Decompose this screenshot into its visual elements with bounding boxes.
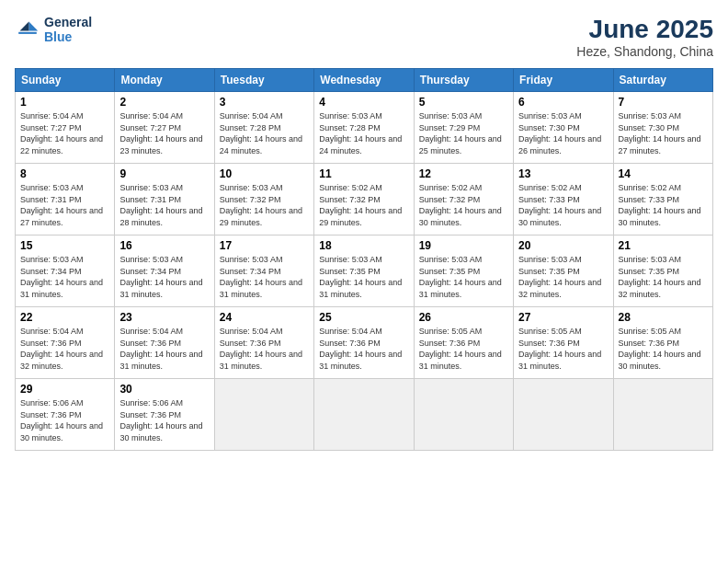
day-number: 14 <box>619 167 708 180</box>
day-info: Sunrise: 5:04 AMSunset: 7:36 PMDaylight:… <box>220 326 309 372</box>
day-number: 29 <box>20 383 109 396</box>
day-number: 18 <box>319 239 408 252</box>
table-row: 28Sunrise: 5:05 AMSunset: 7:36 PMDayligh… <box>613 307 712 379</box>
day-info: Sunrise: 5:03 AMSunset: 7:35 PMDaylight:… <box>518 254 608 300</box>
day-number: 26 <box>419 311 508 324</box>
day-number: 2 <box>119 96 209 109</box>
table-row: 1Sunrise: 5:04 AMSunset: 7:27 PMDaylight… <box>16 92 115 164</box>
day-number: 3 <box>220 96 309 109</box>
month-title: June 2025 <box>576 15 713 44</box>
day-info: Sunrise: 5:03 AMSunset: 7:32 PMDaylight:… <box>220 182 309 228</box>
page: General Blue June 2025 Heze, Shandong, C… <box>0 0 728 563</box>
day-number: 20 <box>518 239 608 252</box>
day-info: Sunrise: 5:03 AMSunset: 7:31 PMDaylight:… <box>119 182 209 228</box>
day-info: Sunrise: 5:03 AMSunset: 7:29 PMDaylight:… <box>419 110 508 156</box>
header-friday: Friday <box>514 69 613 92</box>
day-number: 1 <box>20 96 109 109</box>
header-wednesday: Wednesday <box>314 69 414 92</box>
table-row: 14Sunrise: 5:02 AMSunset: 7:33 PMDayligh… <box>613 164 712 236</box>
day-info: Sunrise: 5:02 AMSunset: 7:32 PMDaylight:… <box>419 182 508 228</box>
table-row: 24Sunrise: 5:04 AMSunset: 7:36 PMDayligh… <box>214 307 313 379</box>
day-number: 11 <box>319 167 408 180</box>
table-row <box>314 379 414 451</box>
weekday-header-row: Sunday Monday Tuesday Wednesday Thursday… <box>16 69 713 92</box>
day-info: Sunrise: 5:04 AMSunset: 7:36 PMDaylight:… <box>319 326 408 372</box>
table-row: 20Sunrise: 5:03 AMSunset: 7:35 PMDayligh… <box>514 236 613 307</box>
day-info: Sunrise: 5:03 AMSunset: 7:34 PMDaylight:… <box>220 254 309 300</box>
table-row: 18Sunrise: 5:03 AMSunset: 7:35 PMDayligh… <box>314 236 414 307</box>
table-row: 11Sunrise: 5:02 AMSunset: 7:32 PMDayligh… <box>314 164 414 236</box>
logo-text: General Blue <box>44 15 92 44</box>
table-row: 29Sunrise: 5:06 AMSunset: 7:36 PMDayligh… <box>16 379 115 451</box>
table-row: 17Sunrise: 5:03 AMSunset: 7:34 PMDayligh… <box>214 236 313 307</box>
day-info: Sunrise: 5:02 AMSunset: 7:33 PMDaylight:… <box>619 182 708 228</box>
svg-marker-0 <box>28 22 38 31</box>
day-number: 13 <box>518 167 608 180</box>
header-thursday: Thursday <box>414 69 513 92</box>
logo-icon <box>15 17 40 42</box>
table-row: 15Sunrise: 5:03 AMSunset: 7:34 PMDayligh… <box>16 236 115 307</box>
day-info: Sunrise: 5:04 AMSunset: 7:27 PMDaylight:… <box>119 110 209 156</box>
day-number: 15 <box>20 239 109 252</box>
header-saturday: Saturday <box>613 69 712 92</box>
day-number: 24 <box>220 311 309 324</box>
header: General Blue June 2025 Heze, Shandong, C… <box>15 15 713 59</box>
day-info: Sunrise: 5:03 AMSunset: 7:35 PMDaylight:… <box>619 254 708 300</box>
table-row <box>414 379 513 451</box>
header-sunday: Sunday <box>16 69 115 92</box>
day-number: 16 <box>119 239 209 252</box>
day-number: 8 <box>20 167 109 180</box>
header-monday: Monday <box>115 69 214 92</box>
day-number: 30 <box>119 383 209 396</box>
table-row: 8Sunrise: 5:03 AMSunset: 7:31 PMDaylight… <box>16 164 115 236</box>
day-number: 10 <box>220 167 309 180</box>
day-info: Sunrise: 5:05 AMSunset: 7:36 PMDaylight:… <box>518 326 608 372</box>
day-info: Sunrise: 5:05 AMSunset: 7:36 PMDaylight:… <box>619 326 708 372</box>
header-tuesday: Tuesday <box>214 69 313 92</box>
table-row: 16Sunrise: 5:03 AMSunset: 7:34 PMDayligh… <box>115 236 214 307</box>
day-info: Sunrise: 5:06 AMSunset: 7:36 PMDaylight:… <box>20 397 109 443</box>
svg-rect-2 <box>18 32 37 34</box>
table-row <box>214 379 313 451</box>
day-number: 6 <box>518 96 608 109</box>
table-row: 6Sunrise: 5:03 AMSunset: 7:30 PMDaylight… <box>514 92 613 164</box>
svg-marker-1 <box>20 22 29 31</box>
day-info: Sunrise: 5:03 AMSunset: 7:31 PMDaylight:… <box>20 182 109 228</box>
table-row: 13Sunrise: 5:02 AMSunset: 7:33 PMDayligh… <box>514 164 613 236</box>
day-info: Sunrise: 5:05 AMSunset: 7:36 PMDaylight:… <box>419 326 508 372</box>
day-number: 19 <box>419 239 508 252</box>
title-area: June 2025 Heze, Shandong, China <box>576 15 713 59</box>
day-number: 12 <box>419 167 508 180</box>
day-info: Sunrise: 5:02 AMSunset: 7:33 PMDaylight:… <box>518 182 608 228</box>
table-row: 3Sunrise: 5:04 AMSunset: 7:28 PMDaylight… <box>214 92 313 164</box>
location-title: Heze, Shandong, China <box>576 44 713 59</box>
day-number: 17 <box>220 239 309 252</box>
table-row: 23Sunrise: 5:04 AMSunset: 7:36 PMDayligh… <box>115 307 214 379</box>
day-info: Sunrise: 5:03 AMSunset: 7:34 PMDaylight:… <box>119 254 209 300</box>
table-row <box>514 379 613 451</box>
day-info: Sunrise: 5:03 AMSunset: 7:34 PMDaylight:… <box>20 254 109 300</box>
day-info: Sunrise: 5:03 AMSunset: 7:30 PMDaylight:… <box>518 110 608 156</box>
day-info: Sunrise: 5:03 AMSunset: 7:28 PMDaylight:… <box>319 110 408 156</box>
day-info: Sunrise: 5:04 AMSunset: 7:27 PMDaylight:… <box>20 110 109 156</box>
day-info: Sunrise: 5:04 AMSunset: 7:36 PMDaylight:… <box>20 326 109 372</box>
day-number: 28 <box>619 311 708 324</box>
table-row: 21Sunrise: 5:03 AMSunset: 7:35 PMDayligh… <box>613 236 712 307</box>
day-info: Sunrise: 5:02 AMSunset: 7:32 PMDaylight:… <box>319 182 408 228</box>
table-row: 2Sunrise: 5:04 AMSunset: 7:27 PMDaylight… <box>115 92 214 164</box>
table-row: 5Sunrise: 5:03 AMSunset: 7:29 PMDaylight… <box>414 92 513 164</box>
day-number: 22 <box>20 311 109 324</box>
day-number: 4 <box>319 96 408 109</box>
day-number: 7 <box>619 96 708 109</box>
table-row: 9Sunrise: 5:03 AMSunset: 7:31 PMDaylight… <box>115 164 214 236</box>
table-row: 4Sunrise: 5:03 AMSunset: 7:28 PMDaylight… <box>314 92 414 164</box>
table-row: 27Sunrise: 5:05 AMSunset: 7:36 PMDayligh… <box>514 307 613 379</box>
table-row: 19Sunrise: 5:03 AMSunset: 7:35 PMDayligh… <box>414 236 513 307</box>
calendar: Sunday Monday Tuesday Wednesday Thursday… <box>15 68 713 451</box>
day-info: Sunrise: 5:04 AMSunset: 7:36 PMDaylight:… <box>119 326 209 372</box>
table-row: 12Sunrise: 5:02 AMSunset: 7:32 PMDayligh… <box>414 164 513 236</box>
day-info: Sunrise: 5:03 AMSunset: 7:35 PMDaylight:… <box>419 254 508 300</box>
table-row: 30Sunrise: 5:06 AMSunset: 7:36 PMDayligh… <box>115 379 214 451</box>
day-info: Sunrise: 5:03 AMSunset: 7:35 PMDaylight:… <box>319 254 408 300</box>
table-row <box>613 379 712 451</box>
